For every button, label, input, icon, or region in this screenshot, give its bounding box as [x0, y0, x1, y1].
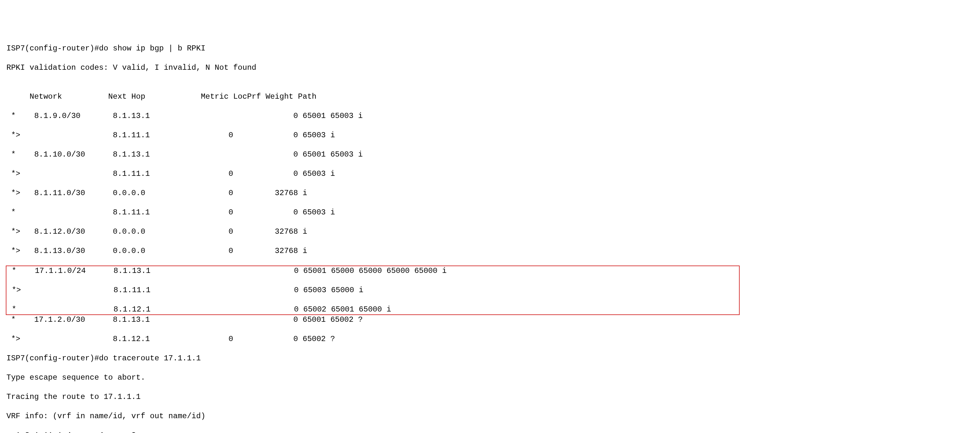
cli-command-line: ISP7(config-router)#do traceroute 17.1.1…	[6, 353, 974, 363]
bgp-row-text: *> 8.1.11.1 0 65003 65000 i	[7, 286, 363, 295]
traceroute-line: VRF info: (vrf in name/id, vrf out name/…	[6, 411, 974, 421]
bgp-highlight-box: * 17.1.1.0/24 8.1.13.1 0 65001 65000 650…	[6, 266, 740, 315]
bgp-row-highlighted: * 8.1.12.1 0 65002 65001 65000 i	[7, 305, 738, 314]
bgp-row-highlighted: *> 8.1.11.1 0 65003 65000 i	[7, 285, 738, 295]
bgp-row: *> 8.1.11.0/30 0.0.0.0 0 32768 i	[6, 188, 974, 198]
bgp-row: * 17.1.2.0/30 8.1.13.1 0 65001 65002 ?	[6, 315, 974, 325]
bgp-row: *> 8.1.13.0/30 0.0.0.0 0 32768 i	[6, 246, 974, 256]
bgp-row: * 8.1.9.0/30 8.1.13.1 0 65001 65003 i	[6, 111, 974, 121]
bgp-row: * 8.1.10.0/30 8.1.13.1 0 65001 65003 i	[6, 150, 974, 159]
bgp-row: *> 8.1.11.1 0 0 65003 i	[6, 169, 974, 179]
bgp-row: * 8.1.11.1 0 0 65003 i	[6, 208, 974, 217]
bgp-row-text: * 17.1.1.0/24 8.1.13.1 0 65001 65000 650…	[7, 266, 447, 275]
row-padding	[363, 286, 738, 295]
bgp-row: *> 8.1.11.1 0 0 65003 i	[6, 131, 974, 140]
traceroute-hop: 1 8.1.11.1 4 msec 4 msec 3 msec	[6, 431, 974, 433]
rpki-codes-line: RPKI validation codes: V valid, I invali…	[6, 63, 974, 73]
bgp-row-text: * 8.1.12.1 0 65002 65001 65000 i	[7, 305, 391, 314]
bgp-row: *> 8.1.12.1 0 0 65002 ?	[6, 334, 974, 344]
bgp-row: *> 8.1.12.0/30 0.0.0.0 0 32768 i	[6, 227, 974, 237]
traceroute-line: Type escape sequence to abort.	[6, 373, 974, 382]
bgp-row-highlighted: * 17.1.1.0/24 8.1.13.1 0 65001 65000 650…	[7, 266, 738, 276]
cli-command-line: ISP7(config-router)#do show ip bgp | b R…	[6, 44, 974, 53]
traceroute-line: Tracing the route to 17.1.1.1	[6, 392, 974, 402]
bgp-table-header: Network Next Hop Metric LocPrf Weight Pa…	[6, 92, 974, 102]
